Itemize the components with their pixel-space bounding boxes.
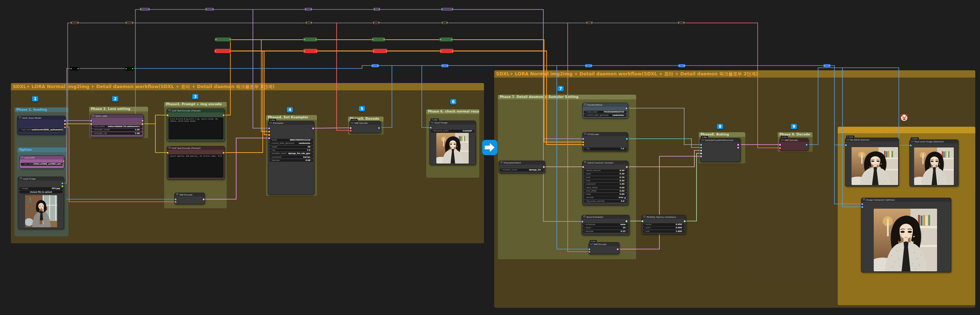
reroute-pill[interactable] <box>70 67 80 70</box>
port[interactable] <box>589 251 590 253</box>
widget-lora_name[interactable]: ◂lora_namemklorchibktd-10.safetensors▸ <box>92 125 142 128</box>
port[interactable] <box>582 138 584 140</box>
node-vae-encode[interactable]: VAE Encode <box>174 193 205 204</box>
reroute-pill[interactable] <box>823 64 831 67</box>
port[interactable] <box>779 147 781 149</box>
step-badge-3[interactable]: 3 <box>192 94 198 99</box>
port[interactable] <box>90 120 92 122</box>
port[interactable] <box>700 155 702 157</box>
port[interactable] <box>861 206 863 208</box>
collapse-dot-icon[interactable] <box>863 198 865 200</box>
node-clip-text-encode-negative[interactable]: CLIP Text Encode (Prompt) [worst quality… <box>167 146 225 179</box>
collapse-dot-icon[interactable] <box>643 215 646 217</box>
port[interactable] <box>582 144 584 146</box>
port[interactable] <box>142 123 143 125</box>
upload-button[interactable]: choose file to upload <box>19 190 63 193</box>
port[interactable] <box>582 221 583 222</box>
group-title[interactable]: Phase 1. loading <box>14 107 68 112</box>
step-badge-9[interactable]: 9 <box>791 124 797 129</box>
port[interactable] <box>543 166 545 168</box>
widget-sampler_name[interactable]: ◂sampler_namedpmpp_2m▸ <box>500 169 544 171</box>
collapse-dot-icon[interactable] <box>584 103 586 105</box>
node-save-image[interactable]: 0.166s Save Image ◂filename_prefixComfyU… <box>430 120 476 165</box>
port[interactable] <box>430 127 431 128</box>
group-title[interactable]: Phase 6. check normal result <box>426 109 479 114</box>
node-final-save-image[interactable]: 0.101s final save image (daemon) <box>909 139 959 187</box>
port[interactable] <box>223 114 224 116</box>
reroute-pill[interactable] <box>139 8 150 11</box>
reroute-pill[interactable] <box>440 49 454 53</box>
node-load-vae[interactable]: Load VAE ◂vae_nameSDXLsetVAE_setVAE.safe… <box>19 155 64 169</box>
reroute-pill[interactable] <box>372 49 388 53</box>
port[interactable] <box>700 153 702 154</box>
widget-strength_clip[interactable]: ◂strength_clip1.00▸ <box>92 132 142 135</box>
reroute-pill[interactable] <box>304 8 313 11</box>
node-load-image[interactable]: Load Image ◂image263.jpg▸ choose file to… <box>18 177 64 229</box>
reroute-pill[interactable] <box>441 64 449 67</box>
port[interactable] <box>589 248 590 250</box>
port[interactable] <box>378 127 380 129</box>
collapse-dot-icon[interactable] <box>21 156 23 158</box>
port[interactable] <box>268 131 270 133</box>
port[interactable] <box>90 123 92 125</box>
reroute-pill[interactable] <box>441 21 448 24</box>
widget-seed[interactable]: ◂seed886278493512218▸ <box>269 139 313 142</box>
reroute-pill[interactable] <box>585 21 593 24</box>
widget-factor[interactable]: ◂factor0.950▸ <box>643 223 684 226</box>
step-badge-4[interactable]: 4 <box>287 107 293 112</box>
reroute-pill[interactable] <box>373 8 381 11</box>
port[interactable] <box>268 134 270 136</box>
result-image-preview[interactable] <box>436 133 469 163</box>
port[interactable] <box>268 137 270 139</box>
step-badge-5[interactable]: 5 <box>359 106 365 112</box>
step-badge-6[interactable]: 6 <box>450 99 457 104</box>
reroute-pill[interactable] <box>303 37 317 42</box>
widget-filename_prefix[interactable]: ◂filename_prefixComfyUI▸ <box>431 130 474 133</box>
reroute-pill[interactable] <box>441 8 454 11</box>
widget-fade[interactable]: ◂fade0.00▸ <box>584 193 627 196</box>
node-sampler-custom-advanced[interactable]: 2.88s SamplerCustomAdvanced <box>700 138 741 162</box>
widget-strength_model[interactable]: ◂strength_model1.00▸ <box>92 128 142 131</box>
widget-vae_name[interactable]: ◂vae_nameSDXLsetVAE_setVAE.safe…▸ <box>21 163 63 166</box>
widget-control_after_generate[interactable]: ◂control_after_generaterandomize▸ <box>584 114 627 117</box>
widget-denoise[interactable]: ◂denoise0.60▸ <box>269 159 313 162</box>
port[interactable] <box>626 138 628 140</box>
collapse-dot-icon[interactable] <box>583 215 585 217</box>
group-workflow-stage1[interactable]: SDXL+ LORA Normal img2img + Detail daemo… <box>11 83 484 243</box>
port[interactable] <box>700 144 702 146</box>
node-vae-encode-2[interactable]: 0.10s VAE Encode <box>589 242 619 254</box>
port[interactable] <box>142 120 143 122</box>
widget-cfg_scale_override[interactable]: ◂cfg_scale_override0.0▸ <box>584 200 627 203</box>
port[interactable] <box>700 150 702 152</box>
widget-end_offset[interactable]: ◂end_offset0.00▸ <box>584 190 627 193</box>
reroute-pill[interactable] <box>678 64 686 67</box>
port[interactable] <box>582 141 584 143</box>
port[interactable] <box>350 130 352 131</box>
source-photo-preview[interactable] <box>25 195 57 227</box>
widget-image[interactable]: ◂image263.jpg▸ <box>19 187 63 190</box>
collapse-dot-icon[interactable] <box>176 193 178 195</box>
widget-smooth[interactable]: ◂smoothtrue <box>584 196 627 199</box>
node-image-comparer[interactable]: Image Comparer (rgthree) <box>861 198 951 272</box>
node-no-detail-daemon-preview[interactable]: 0.113s No detail daemon <box>845 138 899 187</box>
widget-detail_amount[interactable]: ◂detail_amount0.50▸ <box>584 169 627 172</box>
reroute-pill[interactable] <box>677 21 685 24</box>
widget-steps[interactable]: ◂steps20▸ <box>269 146 313 149</box>
reroute-pill[interactable] <box>585 64 592 67</box>
step-badge-2[interactable]: 2 <box>112 96 118 102</box>
node-sdxl-base-model[interactable]: SDXL Base Model ◂ckpt_nameautismmixSDXL_… <box>17 116 65 135</box>
collapse-dot-icon[interactable] <box>169 146 171 149</box>
daemon-image-preview[interactable] <box>914 147 954 185</box>
port[interactable] <box>845 144 847 146</box>
widget-scheduler[interactable]: ◂schedulerbeta▸ <box>583 223 628 226</box>
node-sdxl-lora[interactable]: SDXL LoRA ◂lora_namemklorchibktd-10.safe… <box>90 114 144 137</box>
node-vae-decode[interactable]: 0.17s VAE Decode <box>349 121 381 133</box>
negative-prompt-text[interactable]: [worst quality, bad quality, :4] [artist… <box>168 154 223 178</box>
node-ksampler-select[interactable]: KSamplerSelect ◂sampler_namedpmpp_2m▸ <box>498 161 545 173</box>
reroute-pill[interactable] <box>372 21 380 24</box>
port[interactable] <box>312 128 314 129</box>
comfyui-canvas[interactable]: SDXL+ LORA Normal img2img + Detail daemo… <box>0 0 980 315</box>
port[interactable] <box>582 166 584 168</box>
reroute-pill[interactable] <box>205 8 214 11</box>
port[interactable] <box>175 201 177 203</box>
